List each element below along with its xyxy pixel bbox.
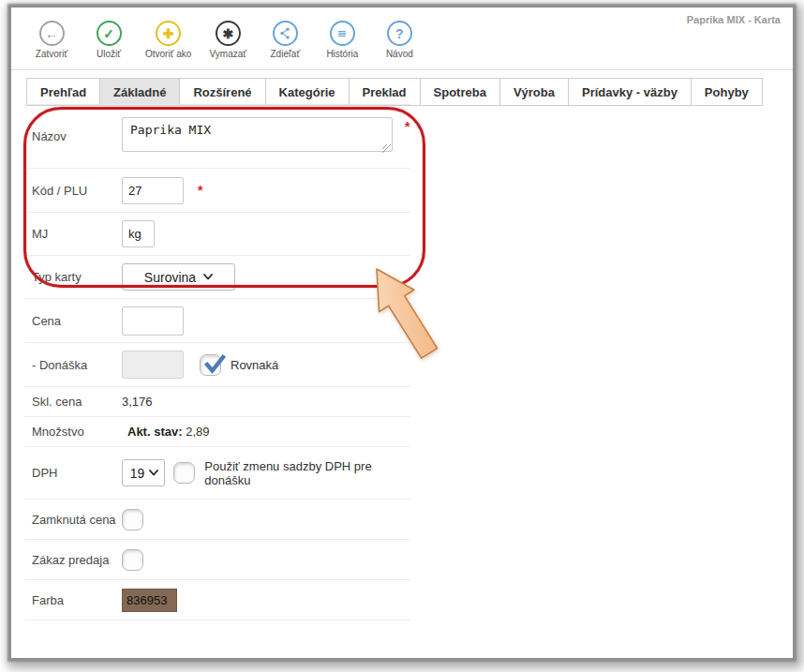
tab-kategorie[interactable]: Kategórie [265,78,350,106]
unit-input[interactable] [122,220,155,247]
tab-prehlad[interactable]: Prehľad [26,78,100,106]
tab-bar: Prehľad Základné Rozšírené Kategórie Pre… [26,78,763,106]
toolbar-separator [11,69,793,70]
no-sale-checkbox[interactable] [122,549,143,571]
no-sale-row: Zákaz predaja [24,540,410,580]
vat-label: DPH [32,466,122,480]
back-arrow-icon: ← [39,21,65,46]
open-as-button[interactable]: ✚ Otvoriť ako [145,21,191,59]
required-asterisk: * [198,183,202,198]
locked-price-row: Zamknutá cena [24,500,410,540]
tab-pridavky-vazby[interactable]: Prídavky - väzby [568,78,692,106]
unit-row: MJ [24,213,410,256]
name-row: Názov Paprika MIX * [24,105,410,169]
current-stock-label: Akt. stav: [127,425,183,439]
stock-price-label: Skl. cena [32,395,122,409]
code-label: Kód / PLU [32,184,122,198]
check-icon: ✓ [97,21,122,46]
close-button[interactable]: ← Zatvoriť [31,21,72,59]
vat-select[interactable]: 19 [122,459,165,486]
unit-label: MJ [32,227,122,241]
no-sale-label: Zákaz predaja [32,553,122,567]
code-row: Kód / PLU * [24,169,410,213]
question-icon: ? [387,21,412,46]
vat-delivery-checkbox-label: Použiť zmenu sadzby DPH pre donášku [204,459,410,487]
code-input[interactable] [122,177,184,204]
tab-rozsirene[interactable]: Rozšírené [179,78,265,106]
toolbar-label: Zatvoriť [36,49,67,59]
price-input[interactable] [122,306,184,336]
history-button[interactable]: História [321,21,363,59]
delivery-price-label: - Donáška [32,358,122,372]
current-stock-value: 2,89 [186,425,209,439]
plus-icon: ✚ [156,21,181,46]
toolbar-label: Otvoriť ako [145,49,191,59]
toolbar-label: História [326,49,358,59]
delete-button[interactable]: ✱ Vymazať [207,21,248,59]
delivery-price-input [122,351,184,379]
vat-value: 19 [130,466,145,481]
save-button[interactable]: ✓ Uložiť [88,21,129,59]
toolbar: ← Zatvoriť ✓ Uložiť ✚ Otvoriť ako ✱ Vyma… [11,21,793,62]
card-type-row: Typ karty Surovina [24,256,410,299]
name-textarea[interactable]: Paprika MIX [122,117,393,152]
stock-price-row: Skl. cena 3,176 [24,387,410,417]
vat-delivery-checkbox[interactable] [173,462,195,484]
toolbar-label: Vymazať [210,49,247,59]
check-icon [201,351,228,378]
chevron-down-icon [149,470,158,476]
stock-price-value: 3,176 [122,395,153,409]
toolbar-label: Návod [386,49,413,59]
share-icon [273,21,298,46]
locked-price-checkbox[interactable] [122,509,143,530]
color-row: Farba 836953 [24,580,410,620]
tab-spotreba[interactable]: Spotreba [420,78,500,106]
quantity-label: Množstvo [32,425,122,439]
menu-lines-icon [330,21,355,46]
tab-pohyby[interactable]: Pohyby [691,78,763,106]
name-label: Názov [32,129,122,143]
quantity-row: Množstvo Akt. stav: 2,89 [24,417,410,447]
card-form: Názov Paprika MIX * Kód / PLU * MJ [24,104,410,620]
toolbar-label: Zdieľať [270,49,300,59]
color-label: Farba [32,593,122,607]
vat-row: DPH 19 Použiť zmenu sadzby DPH pre donáš… [24,447,410,500]
delivery-price-row: - Donáška Rovnaká [24,343,410,387]
chevron-down-icon [203,274,213,280]
card-type-select[interactable]: Surovina [122,263,235,291]
tab-preklad[interactable]: Preklad [349,78,421,106]
same-price-checkbox-label: Rovnaká [231,358,278,372]
card-window: Paprika MIX - Karta ← Zatvoriť ✓ Uložiť … [11,7,793,658]
share-button[interactable]: Zdieľať [264,21,305,59]
card-type-label: Typ karty [32,270,122,284]
price-row: Cena [24,299,410,343]
tab-vyroba[interactable]: Výroba [499,78,569,106]
toolbar-label: Uložiť [97,49,121,59]
required-asterisk: * [405,119,409,134]
help-button[interactable]: ? Návod [379,21,420,59]
card-type-value: Surovina [144,270,196,285]
tab-zakladne[interactable]: Základné [99,78,180,106]
price-label: Cena [32,314,122,328]
same-price-checkbox[interactable] [200,354,221,376]
color-swatch-input[interactable]: 836953 [122,589,177,612]
locked-price-label: Zamknutá cena [32,513,122,527]
asterisk-icon: ✱ [216,21,241,46]
